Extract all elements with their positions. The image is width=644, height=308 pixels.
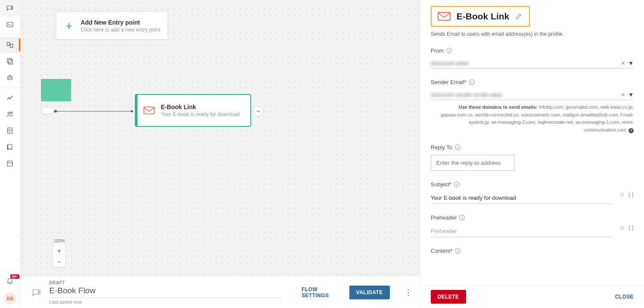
flow-settings-button[interactable]: FLOW SETTINGS: [297, 284, 337, 301]
from-select[interactable]: obscured value ✕ ▼: [431, 58, 634, 69]
sender-email-select[interactable]: obscured sender email value ✕ ▼: [431, 90, 634, 100]
svg-point-3: [12, 9, 13, 9]
svg-point-21: [40, 291, 40, 292]
reply-to-input[interactable]: [431, 155, 514, 171]
subject-input[interactable]: [431, 192, 612, 204]
svg-point-12: [8, 112, 10, 114]
info-icon[interactable]: i: [455, 145, 460, 150]
panel-description: Sends Email to users with email address(…: [431, 31, 634, 37]
notification-badge: 99+: [10, 274, 19, 279]
nav-store-icon[interactable]: [0, 155, 20, 172]
emoji-icon[interactable]: ☺: [619, 191, 625, 198]
node-output-connector[interactable]: [253, 106, 263, 116]
zoom-out-button[interactable]: −: [53, 256, 65, 267]
nav-bot-icon[interactable]: [0, 69, 20, 86]
svg-point-16: [54, 110, 57, 113]
svg-rect-18: [33, 289, 39, 294]
nav-document-icon[interactable]: [0, 123, 20, 139]
svg-rect-17: [144, 107, 154, 114]
flow-name[interactable]: E-Book Flow: [49, 286, 282, 295]
svg-point-23: [40, 293, 40, 294]
edit-icon[interactable]: [515, 13, 522, 20]
nav-templates-icon[interactable]: [0, 53, 20, 69]
nav-bookmark-icon[interactable]: [0, 139, 20, 155]
emoji-icon[interactable]: ☺: [619, 224, 625, 231]
dropdown-caret-icon[interactable]: ▼: [628, 60, 634, 66]
from-value: obscured value: [431, 60, 618, 66]
svg-rect-25: [438, 13, 450, 20]
envelope-icon: [438, 11, 451, 22]
entry-card-title: Add New Entry point: [81, 19, 160, 26]
clear-icon[interactable]: ✕: [621, 91, 625, 98]
left-sidebar: 99+ DS: [0, 0, 20, 308]
svg-rect-0: [7, 6, 12, 9]
svg-point-19: [40, 289, 40, 290]
more-options-icon[interactable]: ⋮: [404, 288, 412, 297]
panel-title-box: E-Book Link: [431, 6, 530, 27]
zoom-in-button[interactable]: +: [53, 245, 65, 256]
nav-flows-icon[interactable]: [0, 37, 20, 53]
user-avatar[interactable]: DS: [4, 292, 16, 305]
svg-rect-6: [10, 44, 13, 48]
domains-hint: Use these domains to send emails: infobi…: [431, 104, 634, 134]
plus-icon: ＋: [63, 18, 75, 33]
flow-canvas[interactable]: ＋ Add New Entry point Click here to add …: [20, 0, 420, 276]
info-icon[interactable]: i: [454, 182, 460, 187]
info-icon[interactable]: i: [446, 48, 452, 53]
start-connector[interactable]: [41, 107, 54, 114]
notifications-bell-icon[interactable]: 99+: [0, 273, 20, 289]
svg-rect-5: [7, 42, 9, 46]
delete-button[interactable]: DELETE: [431, 290, 466, 304]
side-panel: E-Book Link Sends Email to users with em…: [420, 0, 644, 308]
start-block[interactable]: [41, 79, 71, 101]
help-icon[interactable]: ?: [628, 128, 634, 133]
email-node[interactable]: E-Book Link Your E-book is ready for dow…: [135, 94, 251, 127]
svg-point-1: [12, 6, 13, 7]
content-label: Content*: [431, 248, 453, 254]
nav-terminal-icon[interactable]: [0, 16, 20, 33]
last-saved: Last saved now: [49, 299, 282, 305]
svg-point-13: [11, 112, 12, 113]
entry-card-subtitle: Click here to add a new entry point: [81, 27, 160, 33]
svg-rect-7: [7, 58, 11, 63]
zoom-controls: 100% + −: [53, 237, 65, 267]
info-icon[interactable]: i: [455, 248, 460, 254]
clear-icon[interactable]: ✕: [621, 60, 625, 66]
zoom-level: 100%: [54, 237, 65, 245]
flow-status: DRAFT: [49, 280, 282, 285]
panel-title: E-Book Link: [457, 11, 510, 22]
email-node-subtitle: Your E-book is ready for download: [161, 111, 240, 117]
info-icon[interactable]: i: [459, 215, 465, 220]
flow-icon: [32, 287, 41, 298]
nav-analytics-icon[interactable]: [0, 90, 20, 106]
validate-button[interactable]: VALIDATE: [349, 286, 390, 299]
svg-point-2: [12, 8, 13, 8]
info-icon[interactable]: i: [469, 79, 475, 85]
add-entry-point-card[interactable]: ＋ Add New Entry point Click here to add …: [56, 12, 168, 39]
footer-bar: DRAFT E-Book Flow Last saved now FLOW SE…: [20, 276, 420, 308]
envelope-icon: [143, 106, 155, 115]
svg-rect-9: [8, 76, 12, 80]
flow-connector-line: [54, 110, 136, 114]
svg-point-11: [11, 78, 12, 79]
email-node-title: E-Book Link: [161, 104, 240, 110]
close-button[interactable]: CLOSE: [615, 294, 634, 300]
reply-to-label: Reply To: [431, 144, 452, 151]
dropdown-caret-icon[interactable]: ▼: [628, 91, 634, 98]
svg-rect-4: [7, 22, 13, 27]
nav-conversations-icon[interactable]: [0, 0, 20, 16]
placeholder-brackets-icon[interactable]: { }: [628, 224, 634, 231]
preheader-input[interactable]: [431, 225, 612, 237]
nav-people-icon[interactable]: [0, 106, 20, 123]
svg-rect-8: [9, 60, 12, 64]
placeholder-brackets-icon[interactable]: { }: [628, 191, 634, 198]
panel-footer: DELETE CLOSE: [420, 285, 644, 308]
svg-point-10: [9, 78, 9, 79]
from-label: From: [431, 47, 444, 54]
subject-label: Subject*: [431, 181, 451, 188]
sender-email-label: Sender Email*: [431, 79, 467, 85]
sender-email-value: obscured sender email value: [431, 91, 618, 98]
preheader-label: Preheader: [431, 214, 457, 221]
